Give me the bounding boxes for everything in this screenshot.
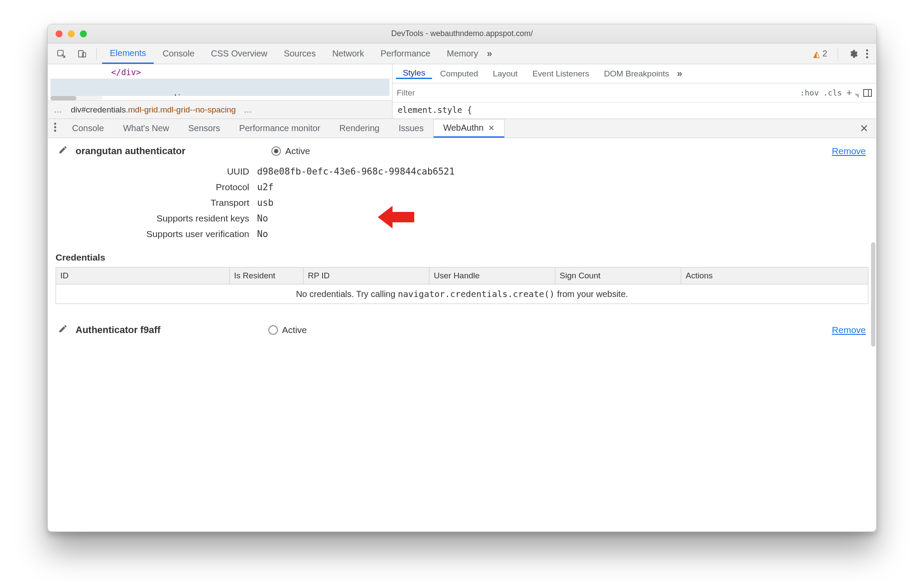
- srk-label: Supports resident keys: [58, 213, 249, 224]
- credentials-heading: Credentials: [48, 242, 876, 267]
- drawer-tab-rendering[interactable]: Rendering: [330, 119, 389, 138]
- sidetab-computed[interactable]: Computed: [433, 69, 485, 79]
- edit-icon[interactable]: [58, 145, 68, 157]
- window-title: DevTools - webauthndemo.appspot.com/: [48, 29, 876, 38]
- elements-dom-tree[interactable]: </div> ▶<div id="credentials" class="mdl…: [48, 64, 392, 96]
- styles-filter-input[interactable]: [397, 88, 796, 98]
- edit-icon[interactable]: [58, 324, 68, 336]
- svg-point-6: [54, 123, 56, 125]
- transport-value: usb: [257, 198, 274, 208]
- annotation-arrow-icon: [378, 203, 414, 233]
- close-tab-icon[interactable]: ✕: [488, 123, 495, 133]
- tab-console[interactable]: Console: [155, 43, 202, 64]
- active-label: Active: [285, 146, 310, 156]
- active-label: Active: [282, 325, 307, 335]
- col-is-resident: Is Resident: [230, 267, 304, 284]
- drawer-tab-issues[interactable]: Issues: [389, 119, 433, 138]
- element-style-block[interactable]: element.style {: [393, 102, 876, 117]
- col-sign-count: Sign Count: [555, 267, 681, 284]
- authenticator-row: Authenticator f9aff Active Remove: [48, 317, 876, 338]
- active-radio[interactable]: [271, 146, 281, 156]
- svg-point-5: [866, 56, 868, 58]
- drawer-tabstrip: Console What's New Sensors Performance m…: [48, 119, 876, 138]
- issues-badge[interactable]: ◭ 2: [813, 49, 827, 59]
- tab-memory[interactable]: Memory: [439, 43, 486, 64]
- suv-label: Supports user verification: [58, 229, 249, 239]
- drawer-close-icon[interactable]: ✕: [852, 122, 876, 135]
- sidetab-dom-breakpoints[interactable]: DOM Breakpoints: [597, 69, 676, 79]
- toolbar-separator: [96, 48, 97, 60]
- credentials-table: ID Is Resident RP ID User Handle Sign Co…: [56, 267, 868, 304]
- cls-toggle[interactable]: .cls: [823, 88, 842, 97]
- breadcrumb[interactable]: … div#credentials.mdl-grid.mdl-grid--no-…: [48, 100, 392, 119]
- tab-css-overview[interactable]: CSS Overview: [203, 43, 275, 64]
- col-id: ID: [56, 267, 230, 284]
- more-tabs-button[interactable]: »: [487, 43, 492, 64]
- drawer-tab-webauthn[interactable]: WebAuthn ✕: [433, 119, 505, 138]
- col-actions: Actions: [681, 267, 868, 284]
- tab-elements[interactable]: Elements: [102, 43, 154, 64]
- tab-sources[interactable]: Sources: [276, 43, 323, 64]
- drawer-menu-icon[interactable]: [48, 122, 63, 134]
- svg-point-3: [866, 49, 868, 51]
- warning-count: 2: [822, 49, 827, 59]
- svg-point-8: [54, 130, 56, 132]
- tab-network[interactable]: Network: [324, 43, 372, 64]
- elements-tree-panel: </div> ▶<div id="credentials" class="mdl…: [48, 64, 393, 119]
- device-toggle-icon[interactable]: [73, 49, 91, 59]
- hov-toggle[interactable]: :hov: [800, 88, 818, 97]
- webauthn-panel: orangutan authenticator Active Remove UU…: [48, 138, 876, 531]
- styles-filter-row: :hov .cls +: [393, 83, 876, 102]
- breadcrumb-overflow-right[interactable]: …: [244, 105, 253, 115]
- toolbar-separator: [838, 48, 838, 60]
- col-user-handle: User Handle: [429, 267, 555, 284]
- authenticator-details: UUIDd98e08fb-0efc-43e6-968c-99844cab6521…: [48, 159, 876, 242]
- drawer-tab-whats-new[interactable]: What's New: [113, 119, 178, 138]
- breadcrumb-selected[interactable]: div#credentials: [71, 105, 126, 114]
- window-titlebar: DevTools - webauthndemo.appspot.com/: [48, 24, 876, 43]
- uuid-value: d98e08fb-0efc-43e6-968c-99844cab6521: [257, 166, 455, 177]
- vertical-scrollbar[interactable]: [871, 242, 875, 347]
- new-style-rule-icon[interactable]: +: [846, 87, 852, 99]
- drawer-tab-console[interactable]: Console: [63, 119, 113, 138]
- authenticator-name: orangutan authenticator: [76, 145, 185, 157]
- drawer-tab-sensors[interactable]: Sensors: [178, 119, 229, 138]
- horizontal-scrollbar[interactable]: [50, 96, 102, 100]
- elements-split: </div> ▶<div id="credentials" class="mdl…: [48, 64, 876, 119]
- authenticator-row: orangutan authenticator Active Remove: [48, 138, 876, 159]
- active-radio[interactable]: [268, 325, 278, 335]
- toggle-sidebar-icon[interactable]: [863, 89, 872, 97]
- sidetab-layout[interactable]: Layout: [486, 69, 525, 79]
- sidetab-event-listeners[interactable]: Event Listeners: [525, 69, 596, 79]
- suv-value: No: [257, 229, 268, 239]
- sidetab-styles[interactable]: Styles: [396, 68, 432, 79]
- devtools-toolbar: Elements Console CSS Overview Sources Ne…: [48, 43, 876, 64]
- authenticator-name: Authenticator f9aff: [76, 324, 161, 336]
- sidetab-more[interactable]: »: [677, 68, 682, 79]
- main-tabstrip: Elements Console CSS Overview Sources Ne…: [102, 43, 492, 64]
- inspect-element-icon[interactable]: [52, 49, 70, 59]
- styles-tabstrip: Styles Computed Layout Event Listeners D…: [393, 64, 876, 83]
- credentials-empty-message: No credentials. Try calling navigator.cr…: [56, 284, 868, 304]
- remove-link[interactable]: Remove: [832, 325, 866, 335]
- styles-panel: Styles Computed Layout Event Listeners D…: [393, 64, 876, 119]
- srk-value: No: [257, 213, 268, 224]
- remove-link[interactable]: Remove: [832, 146, 866, 156]
- more-menu-icon[interactable]: [866, 49, 868, 59]
- svg-point-4: [866, 53, 868, 55]
- transport-label: Transport: [58, 198, 249, 208]
- breadcrumb-overflow-left[interactable]: …: [54, 105, 63, 115]
- protocol-value: u2f: [257, 182, 274, 192]
- uuid-label: UUID: [58, 166, 249, 177]
- devtools-window: DevTools - webauthndemo.appspot.com/ Ele…: [47, 24, 877, 532]
- tab-performance[interactable]: Performance: [373, 43, 439, 64]
- resize-handle-icon[interactable]: [855, 94, 859, 98]
- drawer-tab-performance-monitor[interactable]: Performance monitor: [230, 119, 330, 138]
- col-rp-id: RP ID: [304, 267, 429, 284]
- warning-icon: ◭: [813, 49, 820, 59]
- protocol-label: Protocol: [58, 182, 249, 192]
- settings-gear-icon[interactable]: [848, 49, 858, 59]
- svg-point-7: [54, 126, 56, 129]
- table-header-row: ID Is Resident RP ID User Handle Sign Co…: [56, 267, 868, 284]
